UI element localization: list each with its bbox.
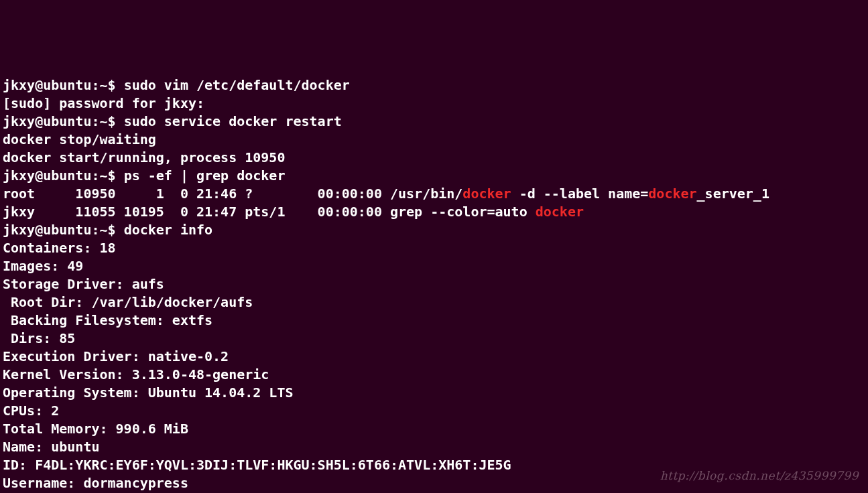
terminal-line: root 10950 1 0 21:46 ? 00:00:00 /usr/bin…	[3, 185, 865, 203]
terminal-line: Containers: 18	[3, 239, 865, 257]
terminal-line: Dirs: 85	[3, 330, 865, 348]
terminal-line: Execution Driver: native-0.2	[3, 348, 865, 366]
terminal-output[interactable]: jkxy@ubuntu:~$ sudo vim /etc/default/doc…	[3, 76, 865, 493]
ps-output: _server_1	[697, 186, 769, 202]
shell-prompt: jkxy@ubuntu:~$	[3, 113, 124, 129]
ps-output: jkxy 11055 10195 0 21:47 pts/1 00:00:00 …	[3, 204, 536, 220]
terminal-line: Images: 49	[3, 257, 865, 275]
terminal-line: jkxy 11055 10195 0 21:47 pts/1 00:00:00 …	[3, 203, 865, 221]
shell-prompt: jkxy@ubuntu:~$	[3, 167, 124, 184]
shell-prompt: jkxy@ubuntu:~$	[3, 77, 124, 93]
terminal-line: jkxy@ubuntu:~$ sudo vim /etc/default/doc…	[3, 76, 865, 94]
command-text: sudo vim /etc/default/docker	[124, 77, 350, 93]
command-text: sudo service docker restart	[124, 113, 342, 129]
grep-match: docker	[462, 186, 511, 202]
terminal-line: docker start/running, process 10950	[3, 149, 865, 167]
ps-output: -d --label name=	[511, 186, 649, 202]
terminal-line: CPUs: 2	[3, 402, 865, 420]
terminal-line: Backing Filesystem: extfs	[3, 311, 865, 330]
terminal-line: jkxy@ubuntu:~$ docker info	[3, 221, 865, 239]
terminal-line: jkxy@ubuntu:~$ sudo service docker resta…	[3, 113, 865, 131]
command-text: ps -ef | grep docker	[124, 167, 286, 184]
terminal-line: Total Memory: 990.6 MiB	[3, 420, 865, 438]
terminal-line: Name: ubuntu	[3, 438, 865, 456]
grep-match: docker	[648, 186, 696, 202]
terminal-line: Storage Driver: aufs	[3, 275, 865, 293]
ps-output: root 10950 1 0 21:46 ? 00:00:00 /usr/bin…	[3, 186, 462, 202]
terminal-line: Kernel Version: 3.13.0-48-generic	[3, 366, 865, 384]
terminal-line: Operating System: Ubuntu 14.04.2 LTS	[3, 384, 865, 402]
terminal-line: docker stop/waiting	[3, 131, 865, 149]
watermark-text: http://blog.csdn.net/z435999799	[660, 467, 859, 485]
terminal-line: [sudo] password for jkxy:	[3, 94, 865, 113]
grep-match: docker	[536, 204, 584, 220]
terminal-line: Root Dir: /var/lib/docker/aufs	[3, 293, 865, 311]
command-text: docker info	[124, 222, 212, 238]
terminal-line: jkxy@ubuntu:~$ ps -ef | grep docker	[3, 167, 865, 185]
shell-prompt: jkxy@ubuntu:~$	[3, 222, 124, 238]
